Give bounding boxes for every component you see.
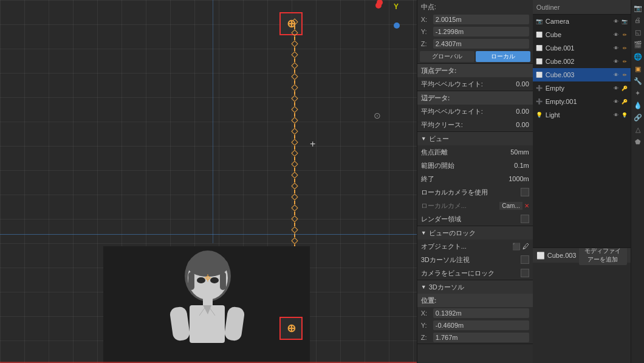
y-input[interactable] <box>433 27 529 36</box>
visibility-icon[interactable]: 👁 <box>612 58 620 65</box>
object-extra-icon[interactable]: ✏ <box>621 58 628 65</box>
outliner-item-light[interactable]: 💡Light👁💡 <box>533 108 631 122</box>
object-extra-icon[interactable]: 🔑 <box>621 98 628 105</box>
cursor-y-label: Y: <box>421 322 433 329</box>
transform-widget-bottom[interactable]: ⊕ <box>279 317 303 340</box>
eyedropper-icon[interactable]: 🖊 <box>522 243 529 250</box>
visibility-icon[interactable]: 👁 <box>612 18 620 25</box>
clip-end-label: 終了 <box>421 175 509 184</box>
figure-content <box>103 246 310 363</box>
visibility-icon[interactable]: 👁 <box>612 111 620 119</box>
outliner: Outliner 📷Camera👁📷⬜Cube👁✏⬜Cube.001👁✏⬜Cub… <box>533 0 631 247</box>
outliner-item-label: Cube.002 <box>546 58 611 65</box>
local-camera-checkbox[interactable] <box>521 188 529 196</box>
properties-bottom: ⬜ Cube.003 モディファイアーを追加 <box>533 247 631 363</box>
cam-to-view-row[interactable]: カメラをビューにロック <box>417 266 533 280</box>
cursor-3d-checkbox[interactable] <box>521 255 529 264</box>
crosshair: + <box>310 139 315 150</box>
bone-node <box>291 18 298 25</box>
clip-start-value: 0.1m <box>514 162 529 169</box>
cam-name: Cam... <box>499 202 522 210</box>
view-section-header[interactable]: ▼ ビュー <box>417 132 533 145</box>
cursor-z-row[interactable]: Z: <box>417 331 533 344</box>
scene-icon[interactable]: 🎬 <box>632 39 643 50</box>
material-icon[interactable]: ⬟ <box>632 136 643 147</box>
render-icon[interactable]: 📷 <box>632 2 643 13</box>
visibility-icon[interactable]: 👁 <box>612 98 620 105</box>
local-button[interactable]: ローカル <box>476 51 530 62</box>
output-icon[interactable]: 🖨 <box>632 15 643 26</box>
object-extra-icon[interactable]: 🔑 <box>621 85 628 92</box>
object-type-icon: ⬜ <box>535 44 544 52</box>
outliner-item-icons-right: 👁💡 <box>612 111 628 119</box>
figure-area <box>103 246 310 363</box>
visibility-icon[interactable]: 👁 <box>612 44 620 52</box>
bone-node <box>291 62 298 69</box>
edge-crease-row: 平均クリース: 0.00 <box>417 118 533 131</box>
data-icon[interactable]: △ <box>632 124 643 135</box>
outliner-item-label: Empty.001 <box>546 98 611 105</box>
outliner-item-cube[interactable]: ⬜Cube👁✏ <box>533 28 631 41</box>
edge-bevel-row: 平均ベベルウェイト: 0.00 <box>417 105 533 118</box>
view-arrow: ▼ <box>421 136 426 142</box>
view-layer-icon[interactable]: ◱ <box>632 27 643 38</box>
physics-icon[interactable]: 💧 <box>632 100 643 111</box>
cursor-y-input[interactable] <box>433 320 529 330</box>
object-extra-icon[interactable]: 📷 <box>621 18 628 25</box>
outliner-title: Outliner <box>536 4 560 11</box>
add-modifier-button[interactable]: モディファイアーを追加 <box>579 247 628 265</box>
visibility-icon[interactable]: 👁 <box>612 71 620 78</box>
cursor-x-row[interactable]: X: <box>417 307 533 319</box>
cursor-x-input[interactable] <box>433 308 529 318</box>
outliner-item-icons-right: 👁✏ <box>612 44 628 52</box>
outliner-item-cube003[interactable]: ⬜Cube.003👁✏ <box>533 68 631 81</box>
object-props-icon[interactable]: ▣ <box>632 63 643 74</box>
svg-rect-10 <box>169 306 190 341</box>
outliner-item-empty001[interactable]: ➕Empty.001👁🔑 <box>533 95 631 108</box>
render-region-checkbox[interactable] <box>521 215 529 223</box>
object-extra-icon[interactable]: ✏ <box>621 31 628 38</box>
outliner-item-icons-right: 👁✏ <box>612 71 628 78</box>
outliner-item-cube001[interactable]: ⬜Cube.001👁✏ <box>533 41 631 55</box>
object-row[interactable]: オブジェクト... ⬛ 🖊 <box>417 240 533 253</box>
orbit-icon: ⊙ <box>374 111 381 120</box>
cam-remove-button[interactable]: ✕ <box>524 202 529 209</box>
modifier-icon[interactable]: 🔧 <box>632 75 643 86</box>
visibility-icon[interactable]: 👁 <box>612 85 620 92</box>
cursor-section-header[interactable]: ▼ 3Dカーソル <box>417 280 533 294</box>
constraint-icon[interactable]: 🔗 <box>632 112 643 123</box>
z-input[interactable] <box>433 39 529 49</box>
cam-to-view-label: カメラをビューにロック <box>421 269 521 278</box>
outliner-item-empty[interactable]: ➕Empty👁🔑 <box>533 81 631 95</box>
cam-row: ローカルカメ... Cam... ✕ <box>417 199 533 212</box>
visibility-icon[interactable]: 👁 <box>612 31 620 38</box>
world-icon[interactable]: 🌐 <box>632 51 643 62</box>
clip-end-value: 1000m <box>509 175 529 182</box>
3d-viewport[interactable]: Y ⊕ <box>0 0 417 363</box>
cam-to-view-checkbox[interactable] <box>521 269 529 277</box>
cursor-z-input[interactable] <box>433 333 529 342</box>
view-lock-header[interactable]: ▼ ビューのロック <box>417 226 533 240</box>
render-region-row[interactable]: レンダー領域 <box>417 212 533 226</box>
bone-node <box>291 226 298 233</box>
object-extra-icon[interactable]: ✏ <box>621 44 628 52</box>
cursor-3d-row[interactable]: 3Dカーソル注視 <box>417 253 533 266</box>
object-extra-icon[interactable]: 💡 <box>621 111 628 119</box>
z-row[interactable]: Z: <box>417 38 533 50</box>
outliner-items: 📷Camera👁📷⬜Cube👁✏⬜Cube.001👁✏⬜Cube.002👁✏⬜C… <box>533 15 631 122</box>
horizontal-blue-line <box>0 234 417 235</box>
outliner-item-cube002[interactable]: ⬜Cube.002👁✏ <box>533 55 631 68</box>
outliner-item-camera[interactable]: 📷Camera👁📷 <box>533 15 631 28</box>
props-bottom-header: ⬜ Cube.003 モディファイアーを追加 <box>533 248 631 263</box>
x-input[interactable] <box>433 15 529 24</box>
global-button[interactable]: グローバル <box>420 51 474 62</box>
cursor-y-row[interactable]: Y: <box>417 319 533 331</box>
y-row[interactable]: Y: <box>417 26 533 38</box>
view-lock-label: ビューのロック <box>429 229 476 238</box>
local-camera-row[interactable]: ローカルカメラを使用 <box>417 185 533 199</box>
x-row[interactable]: X: <box>417 13 533 26</box>
object-extra-icon[interactable]: ✏ <box>621 71 628 78</box>
bone-node <box>291 182 298 189</box>
view-lock-arrow: ▼ <box>421 230 426 236</box>
particle-icon[interactable]: ✦ <box>632 88 643 99</box>
